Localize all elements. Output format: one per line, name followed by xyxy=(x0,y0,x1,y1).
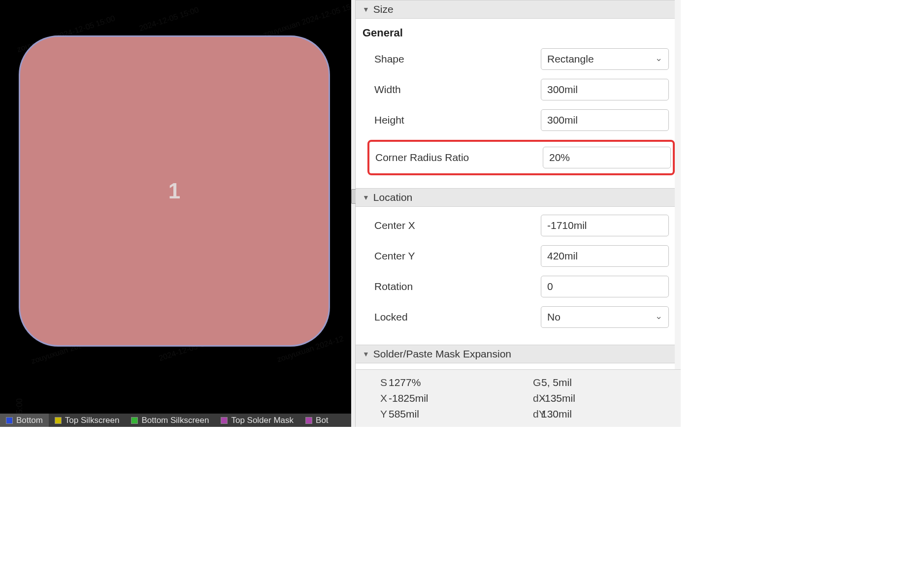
splitter-handle[interactable] xyxy=(351,189,356,204)
canvas-viewport[interactable]: zouyuxuan 2024-12-05 15:00 2024-12-05 15… xyxy=(0,0,351,427)
status-x-value: -1825mil xyxy=(383,392,429,404)
section-header-size[interactable]: ▼ Size xyxy=(356,0,681,19)
corner-radius-label: Corner Radius Ratio xyxy=(373,152,543,163)
corner-radius-input[interactable] xyxy=(543,147,671,168)
section-body-mask: General Custom Solder Mask Expansion Pas… xyxy=(356,363,681,369)
layer-swatch xyxy=(6,417,13,424)
layer-swatch xyxy=(305,417,312,424)
center-x-label: Center X xyxy=(370,220,541,231)
height-input[interactable] xyxy=(541,109,669,131)
locked-label: Locked xyxy=(370,311,541,323)
layer-tab-bottom[interactable]: Bottom xyxy=(0,414,49,427)
layer-swatch xyxy=(221,417,228,424)
caret-down-icon: ▼ xyxy=(363,350,369,358)
layer-tab-truncated[interactable]: Bot xyxy=(299,414,334,427)
corner-radius-row-highlighted: Corner Radius Ratio xyxy=(367,140,675,175)
properties-panel: ▼ Size General Shape Rectangle Width xyxy=(356,0,681,427)
status-g-key: G xyxy=(518,377,535,388)
height-label: Height xyxy=(370,114,541,126)
watermark-text: 2024-12-05 15:00 xyxy=(138,5,200,33)
center-y-input[interactable] xyxy=(541,245,669,267)
status-dx-key: dX xyxy=(518,392,535,404)
scrollbar[interactable] xyxy=(675,0,681,369)
layer-tab-top-silkscreen[interactable]: Top Silkscreen xyxy=(49,414,126,427)
layer-label: Top Silkscreen xyxy=(65,416,120,425)
section-header-mask[interactable]: ▼ Solder/Paste Mask Expansion xyxy=(356,345,681,363)
center-y-label: Center Y xyxy=(370,250,541,262)
caret-down-icon: ▼ xyxy=(363,193,369,201)
section-title: Size xyxy=(373,3,394,15)
layers-bar: Bottom Top Silkscreen Bottom Silkscreen … xyxy=(0,414,351,427)
shape-select[interactable]: Rectangle xyxy=(541,48,669,70)
locked-select[interactable]: No xyxy=(541,306,669,328)
section-header-location[interactable]: ▼ Location xyxy=(356,188,681,207)
width-label: Width xyxy=(370,84,541,96)
pad-shape[interactable]: 1 xyxy=(19,35,330,347)
status-g-value: 5, 5mil xyxy=(535,377,572,388)
section-title: Solder/Paste Mask Expansion xyxy=(373,348,511,360)
status-s-value: 1277% xyxy=(383,377,421,388)
layer-tab-top-solder-mask[interactable]: Top Solder Mask xyxy=(215,414,299,427)
layer-label: Top Solder Mask xyxy=(231,416,294,425)
properties-scroll[interactable]: ▼ Size General Shape Rectangle Width xyxy=(356,0,681,369)
layer-swatch xyxy=(55,417,62,424)
rotation-input[interactable] xyxy=(541,276,669,297)
layer-tab-bottom-silkscreen[interactable]: Bottom Silkscreen xyxy=(125,414,215,427)
status-bar: S 1277% G 5, 5mil X -1825mil dX -135mil … xyxy=(356,369,681,427)
section-body-location: Center X Center Y Rotation Locked xyxy=(356,207,681,345)
status-dy-value: 130mil xyxy=(535,408,572,420)
layer-label: Bottom Silkscreen xyxy=(141,416,209,425)
caret-down-icon: ▼ xyxy=(363,5,369,13)
layer-label: Bot xyxy=(316,416,329,425)
panel-splitter[interactable] xyxy=(351,0,356,427)
status-dx-value: -135mil xyxy=(535,392,575,404)
status-y-key: Y xyxy=(365,408,383,420)
width-input[interactable] xyxy=(541,79,669,100)
layer-label: Bottom xyxy=(16,416,43,425)
general-subheader: General xyxy=(363,27,671,39)
rotation-label: Rotation xyxy=(370,281,541,292)
shape-label: Shape xyxy=(370,53,541,65)
section-title: Location xyxy=(373,192,412,203)
layer-swatch xyxy=(131,417,138,424)
section-body-size: General Shape Rectangle Width Height xyxy=(356,19,681,188)
status-dy-key: dY xyxy=(518,408,535,420)
status-y-value: 585mil xyxy=(383,408,419,420)
watermark-text: zouyuxuan 2024-12-05 15:00 xyxy=(262,0,351,39)
status-s-key: S xyxy=(365,377,383,388)
center-x-input[interactable] xyxy=(541,215,669,236)
pad-number-label: 1 xyxy=(168,179,180,203)
status-x-key: X xyxy=(365,392,383,404)
